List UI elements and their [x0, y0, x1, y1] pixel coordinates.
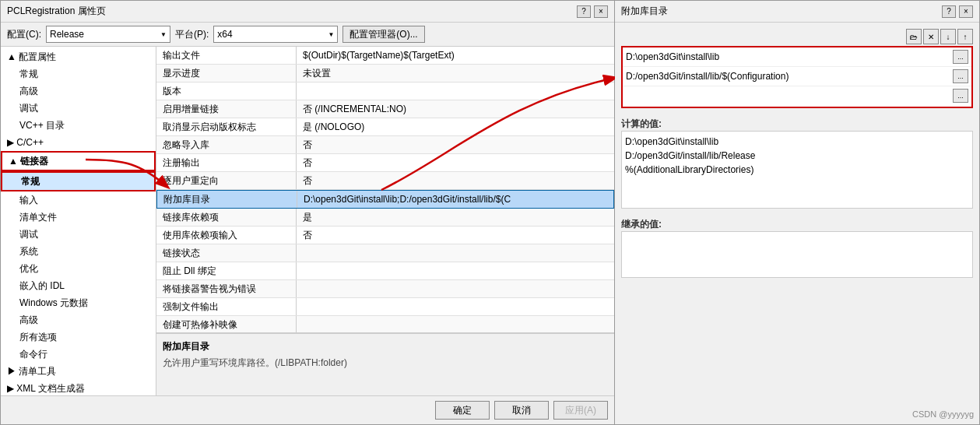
lib-list-area: .........	[621, 46, 973, 108]
dialog-body: ▲ 配置属性常规高级调试VC++ 目录▶ C/C++▲ 链接器常规输入清单文件调…	[1, 47, 614, 395]
config-select[interactable]: Release ▼	[46, 26, 170, 43]
platform-value: x64	[217, 29, 232, 40]
config-label: 配置(C):	[7, 28, 41, 41]
table-row[interactable]: 链接状态	[156, 244, 614, 262]
prop-name: 强制文件输出	[156, 298, 297, 315]
prop-name: 附加库目录	[157, 191, 297, 208]
prop-name: 创建可热修补映像	[156, 316, 297, 333]
main-titlebar: PCLRegistration 属性页 ? ×	[1, 1, 614, 23]
move-down-button[interactable]: ↓	[940, 29, 956, 44]
table-row[interactable]: 显示进度未设置	[156, 65, 614, 83]
table-row[interactable]: 链接库依赖项是	[156, 209, 614, 227]
platform-dropdown-arrow: ▼	[328, 31, 334, 38]
prop-value: $(OutDir)$(TargetName)$(TargetExt)	[297, 47, 614, 64]
tree-item-linker-windows-meta[interactable]: Windows 元数据	[1, 294, 156, 311]
computed-value-line: %(AdditionalLibraryDirectories)	[625, 163, 969, 177]
tree-item-manifest-tool[interactable]: ▶ 清单工具	[1, 363, 156, 380]
prop-name: 显示进度	[156, 65, 297, 82]
props-table: 输出文件$(OutDir)$(TargetName)$(TargetExt)显示…	[156, 47, 614, 333]
tree-item-config-props[interactable]: ▲ 配置属性	[1, 48, 156, 65]
main-dialog-title: PCLRegistration 属性页	[7, 5, 106, 18]
computed-label: 计算的值:	[621, 118, 973, 131]
help-button[interactable]: ?	[577, 5, 591, 18]
right-help-button[interactable]: ?	[942, 5, 956, 18]
computed-value-box: D:\open3dGit\install\libD:/open3dGit/ins…	[621, 131, 973, 209]
prop-name: 将链接器警告视为错误	[156, 280, 297, 297]
cancel-button[interactable]: 取消	[494, 401, 549, 420]
tree-item-linker-all[interactable]: 所有选项	[1, 328, 156, 346]
delete-button[interactable]: ✕	[923, 29, 939, 44]
watermark: CSDN @yyyyyg	[912, 409, 974, 419]
table-row[interactable]: 启用增量链接否 (/INCREMENTAL:NO)	[156, 100, 614, 118]
tree-item-linker-embedded-idl[interactable]: 嵌入的 IDL	[1, 277, 156, 294]
tree-item-general[interactable]: 常规	[1, 65, 156, 83]
table-row[interactable]: 创建可热修补映像	[156, 316, 614, 333]
right-dialog-title: 附加库目录	[621, 5, 668, 18]
table-row[interactable]: 将链接器警告视为错误	[156, 280, 614, 298]
apply-button[interactable]: 应用(A)	[553, 401, 608, 420]
tree-item-linker-optimize[interactable]: 优化	[1, 260, 156, 277]
prop-value: 否 (/INCREMENTAL:NO)	[297, 100, 614, 118]
tree-item-debug[interactable]: 调试	[1, 100, 156, 117]
computed-section: 计算的值: D:\open3dGit\install\libD:/open3dG…	[621, 114, 973, 209]
lib-entry-new-input[interactable]	[626, 90, 951, 101]
tree-item-linker-cmd[interactable]: 命令行	[1, 346, 156, 363]
platform-select[interactable]: x64 ▼	[213, 26, 338, 43]
tree-item-linker-advanced[interactable]: 高级	[1, 311, 156, 328]
table-row[interactable]: 版本	[156, 83, 614, 100]
lib-entry-new-browse-button[interactable]: ...	[953, 89, 968, 103]
folder-button[interactable]: 🗁	[906, 29, 922, 44]
prop-value	[297, 83, 614, 100]
computed-value-line: D:/open3dGit/install/lib/Release	[625, 149, 969, 163]
prop-value	[297, 244, 614, 262]
tree-item-linker[interactable]: ▲ 链接器	[1, 151, 156, 171]
config-value: Release	[50, 29, 84, 40]
prop-value: D:\open3dGit\install\lib;D:/open3dGit/in…	[297, 191, 613, 208]
table-row[interactable]: 注册输出否	[156, 154, 614, 172]
lib-entry-input[interactable]	[626, 71, 951, 82]
prop-name: 注册输出	[156, 154, 297, 171]
config-manager-button[interactable]: 配置管理器(O)...	[342, 26, 424, 43]
dialog-footer: 确定 取消 应用(A)	[1, 395, 614, 424]
inherited-value-box	[621, 231, 973, 278]
prop-name: 忽略导入库	[156, 136, 297, 153]
table-row[interactable]: 取消显示启动版权标志是 (/NOLOGO)	[156, 118, 614, 136]
config-dropdown-arrow: ▼	[160, 31, 167, 38]
prop-value: 否	[297, 154, 614, 171]
table-row[interactable]: 忽略导入库否	[156, 136, 614, 154]
table-row[interactable]: 逐用户重定向否	[156, 172, 614, 190]
move-up-button[interactable]: ↑	[957, 29, 973, 44]
lib-entry-browse-button[interactable]: ...	[953, 50, 968, 64]
table-row[interactable]: 阻止 Dll 绑定	[156, 262, 614, 280]
prop-value: 否	[297, 172, 614, 189]
prop-name: 阻止 Dll 绑定	[156, 262, 297, 279]
prop-value: 是	[297, 209, 614, 226]
tree-panel: ▲ 配置属性常规高级调试VC++ 目录▶ C/C++▲ 链接器常规输入清单文件调…	[1, 47, 156, 395]
right-close-button[interactable]: ×	[959, 5, 973, 18]
tree-item-vcpp[interactable]: VC++ 目录	[1, 117, 156, 134]
lib-entry-input[interactable]	[626, 51, 951, 62]
tree-item-linker-input[interactable]: 输入	[1, 191, 156, 209]
table-row[interactable]: 附加库目录D:\open3dGit\install\lib;D:/open3dG…	[156, 190, 614, 209]
tree-item-linker-system[interactable]: 系统	[1, 243, 156, 260]
ok-button[interactable]: 确定	[435, 401, 490, 420]
prop-value	[297, 262, 614, 279]
main-dialog: PCLRegistration 属性页 ? × 配置(C): Release ▼…	[0, 0, 615, 425]
tree-item-linker-debug[interactable]: 调试	[1, 226, 156, 243]
prop-value	[297, 280, 614, 297]
tree-item-linker-general[interactable]: 常规	[1, 171, 156, 191]
tree-item-cpp[interactable]: ▶ C/C++	[1, 134, 156, 151]
tree-item-linker-manifest[interactable]: 清单文件	[1, 209, 156, 226]
right-dialog-body: 🗁 ✕ ↓ ↑ ......... 计算的值: D:\open3dGit\ins…	[615, 23, 979, 424]
table-row[interactable]: 输出文件$(OutDir)$(TargetName)$(TargetExt)	[156, 47, 614, 65]
lib-toolbar: 🗁 ✕ ↓ ↑	[621, 29, 973, 44]
prop-name: 输出文件	[156, 47, 297, 64]
lib-list-wrapper: 🗁 ✕ ↓ ↑ .........	[621, 29, 973, 108]
prop-value: 未设置	[297, 65, 614, 82]
lib-entry-browse-button[interactable]: ...	[953, 69, 968, 83]
close-button[interactable]: ×	[594, 5, 608, 18]
table-row[interactable]: 使用库依赖项输入否	[156, 227, 614, 244]
table-row[interactable]: 强制文件输出	[156, 298, 614, 316]
tree-item-advanced[interactable]: 高级	[1, 83, 156, 100]
tree-item-xml-gen[interactable]: ▶ XML 文档生成器	[1, 380, 156, 395]
